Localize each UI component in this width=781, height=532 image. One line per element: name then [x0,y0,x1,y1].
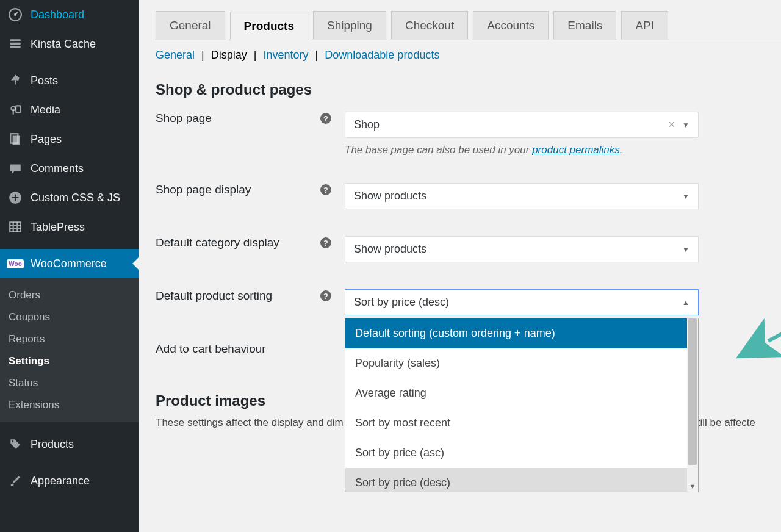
shop-page-desc: The base page can also be used in your p… [345,144,699,156]
sidebar-item-woocommerce[interactable]: Woo WooCommerce [0,249,139,278]
admin-sidebar: Dashboard Kinsta Cache Posts Media Page [0,0,139,532]
sidebar-item-label: Posts [31,74,58,87]
scrollbar-thumb[interactable] [688,318,697,465]
default-category-label: Default category display [156,236,279,250]
svg-point-1 [14,13,16,16]
sidebar-sub-extensions[interactable]: Extensions [0,394,139,416]
brush-icon [7,473,23,489]
subtab-display[interactable]: Display [211,49,247,61]
sidebar-item-label: Media [31,104,60,117]
shop-page-display-label: Shop page display [156,183,251,196]
section-shop-heading: Shop & product pages [156,81,781,98]
sort-option[interactable]: Popularity (sales) [345,348,687,378]
svg-rect-3 [10,43,21,45]
sidebar-item-media[interactable]: Media [0,95,139,124]
add-to-cart-label: Add to cart behaviour [156,342,266,356]
tab-shipping[interactable]: Shipping [313,11,386,40]
svg-rect-8 [13,136,20,145]
sidebar-item-label: Kinsta Cache [31,38,96,51]
sidebar-item-label: Custom CSS & JS [31,192,120,204]
help-icon[interactable]: ? [320,184,331,195]
product-permalinks-link[interactable]: product permalinks [532,144,620,156]
tab-api[interactable]: API [621,11,668,40]
sidebar-item-kinsta[interactable]: Kinsta Cache [0,29,139,59]
tab-checkout[interactable]: Checkout [391,11,468,40]
chevron-up-icon: ▲ [682,298,689,307]
products-subtabs: General | Display | Inventory | Download… [156,49,781,62]
tab-products[interactable]: Products [230,12,308,40]
sorting-dropdown: Default sorting (custom ordering + name)… [345,318,699,492]
sidebar-item-pages[interactable]: Pages [0,124,139,154]
row-default-sorting: Default product sorting ? Sort by price … [156,289,781,315]
sidebar-sub-coupons[interactable]: Coupons [0,306,139,328]
shop-page-value: Shop [354,118,380,131]
tab-general[interactable]: General [156,11,225,40]
sidebar-item-label: Products [31,438,74,451]
svg-rect-10 [10,222,21,231]
sidebar-item-label: TablePress [31,221,85,234]
svg-rect-6 [16,106,21,112]
subtab-general[interactable]: General [156,49,195,61]
default-category-value: Show products [354,243,426,256]
row-default-category: Default category display ? Show products… [156,236,781,262]
sidebar-item-label: Appearance [31,475,90,487]
sidebar-item-label: Dashboard [31,9,84,21]
sidebar-sub-orders[interactable]: Orders [0,284,139,306]
dashboard-icon [7,7,23,23]
clear-icon[interactable]: × [669,118,675,131]
shop-page-display-select[interactable]: Show products ▼ [345,183,699,209]
svg-rect-4 [10,46,21,48]
sidebar-item-comments[interactable]: Comments [0,154,139,183]
tags-icon [7,436,23,452]
default-category-select[interactable]: Show products ▼ [345,236,699,262]
main-content: General Products Shipping Checkout Accou… [139,0,781,532]
chevron-down-icon: ▼ [682,192,689,201]
table-icon [7,219,23,235]
sidebar-item-label: Pages [31,133,62,146]
default-sorting-select[interactable]: Sort by price (desc) ▲ [345,289,699,315]
woo-icon: Woo [7,256,23,271]
media-icon [7,102,23,118]
shop-page-select[interactable]: Shop × ▼ [345,112,699,138]
sort-option[interactable]: Sort by price (desc) [345,468,687,492]
shop-page-label: Shop page [156,112,212,125]
sidebar-item-dashboard[interactable]: Dashboard [0,0,139,29]
sort-option[interactable]: Default sorting (custom ordering + name) [345,318,687,348]
dropdown-scrollbar[interactable]: ▼ [687,318,698,492]
pin-icon [7,73,23,88]
sidebar-sub-status[interactable]: Status [0,372,139,394]
sidebar-sub-reports[interactable]: Reports [0,328,139,350]
row-shop-page-display: Shop page display ? Show products ▼ [156,183,781,209]
sidebar-submenu: Orders Coupons Reports Settings Status E… [0,278,139,422]
pages-icon [7,131,23,147]
row-shop-page: Shop page ? Shop × ▼ The base page can a… [156,112,781,156]
help-icon[interactable]: ? [320,113,331,124]
comment-icon [7,160,23,176]
chevron-down-icon: ▼ [682,121,689,129]
help-icon[interactable]: ? [320,237,331,248]
sidebar-item-posts[interactable]: Posts [0,66,139,95]
chevron-down-icon: ▼ [682,245,689,254]
sidebar-item-label: WooCommerce [31,257,107,270]
sidebar-item-label: Comments [31,162,84,175]
sidebar-item-appearance[interactable]: Appearance [0,466,139,495]
sidebar-item-products[interactable]: Products [0,430,139,459]
sidebar-sub-settings[interactable]: Settings [0,350,139,372]
tab-accounts[interactable]: Accounts [473,11,549,40]
sidebar-item-customcss[interactable]: Custom CSS & JS [0,183,139,212]
plus-circle-icon [7,190,23,206]
tab-emails[interactable]: Emails [553,11,616,40]
subtab-downloadable[interactable]: Downloadable products [325,49,439,61]
sort-option[interactable]: Sort by price (asc) [345,438,687,468]
scroll-down-icon[interactable]: ▼ [687,481,698,492]
subtab-inventory[interactable]: Inventory [264,49,309,61]
shop-page-display-value: Show products [354,190,426,203]
sort-option[interactable]: Average rating [345,378,687,408]
sidebar-item-tablepress[interactable]: TablePress [0,212,139,242]
help-icon[interactable]: ? [320,290,331,301]
default-sorting-label: Default product sorting [156,289,272,303]
svg-rect-2 [10,39,21,41]
kinsta-icon [7,36,23,52]
settings-tabs: General Products Shipping Checkout Accou… [156,11,781,40]
sort-option[interactable]: Sort by most recent [345,408,687,438]
